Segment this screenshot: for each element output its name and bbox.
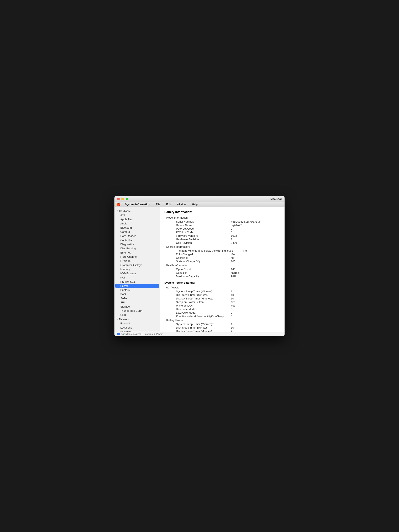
bat-disk-sleep-value: 10 xyxy=(231,326,234,329)
ac-lowpower-row: LowPowerMode: 0 xyxy=(166,311,280,314)
fully-charged-value: Yes xyxy=(231,253,235,256)
sidebar-item-nvmexpress[interactable]: NVMExpress xyxy=(115,271,159,275)
charging-label: Charging: xyxy=(173,256,231,259)
ac-power-group: AC Power: System Sleep Timer (Minutes): … xyxy=(166,286,280,318)
sidebar-item-usb[interactable]: USB xyxy=(115,313,159,317)
cycle-count-value: 146 xyxy=(231,268,235,271)
pack-lot-label: Pack Lot Code: xyxy=(173,227,231,230)
charging-row: Charging: No xyxy=(166,256,280,259)
sidebar-item-sata[interactable]: SATA xyxy=(115,296,159,300)
below-warning-label: The battery's charge is below the warnin… xyxy=(173,249,243,252)
breadcrumb-text: mac's MacBook Pro > Hardware > Power xyxy=(121,333,163,335)
network-label: Network xyxy=(119,318,129,321)
battery-power-group: Battery Power: System Sleep Timer (Minut… xyxy=(166,319,280,332)
sidebar-item-power[interactable]: Power xyxy=(115,284,159,288)
sidebar-item-graphics[interactable]: Graphics/Displays xyxy=(115,263,159,267)
sidebar-item-volumes[interactable]: Volumes xyxy=(115,330,159,332)
bat-disk-sleep-row: Disk Sleep Timer (Minutes): 10 xyxy=(166,326,280,329)
mac-window: MacBook 🍎 System Information File Edit W… xyxy=(114,196,285,336)
sidebar-item-spi[interactable]: SPI xyxy=(115,300,159,304)
network-group-header[interactable]: ▼ Network xyxy=(114,317,160,321)
charging-value: No xyxy=(231,256,234,259)
condition-value: Normal xyxy=(231,271,240,274)
apple-menu[interactable]: 🍎 xyxy=(116,203,120,206)
sidebar-item-sas[interactable]: SAS xyxy=(115,292,159,296)
window-title: MacBook xyxy=(268,196,285,202)
sidebar-item-card-reader[interactable]: Card Reader xyxy=(115,234,159,238)
sidebar-item-memory[interactable]: Memory xyxy=(115,267,159,271)
cycle-count-row: Cycle Count: 146 xyxy=(166,268,280,271)
sidebar-item-fibre-channel[interactable]: Fibre Channel xyxy=(115,255,159,259)
bat-display-sleep-value: 2 xyxy=(231,329,232,332)
menu-help[interactable]: Help xyxy=(191,203,199,206)
sidebar-item-diagnostics[interactable]: Diagnostics xyxy=(115,242,159,246)
ac-prioritize-row: PrioritizeNetworkReachabilityOverSleep: … xyxy=(166,315,280,318)
sidebar-item-disc-burning[interactable]: Disc Burning xyxy=(115,247,159,250)
max-capacity-row: Maximum Capacity: 98% xyxy=(166,275,280,278)
sidebar-item-ethernet[interactable]: Ethernet xyxy=(115,251,159,254)
ac-system-sleep-label: System Sleep Timer (Minutes): xyxy=(173,290,231,293)
sidebar-item-parallel-scsi[interactable]: Parallel SCSI xyxy=(115,280,159,284)
sidebar-item-thunderbolt[interactable]: Thunderbolt/USB4 xyxy=(115,309,159,313)
bat-display-sleep-row: Display Sleep Timer (Minutes): 2 xyxy=(166,329,280,332)
sidebar-item-pci[interactable]: PCI xyxy=(115,276,159,279)
ac-disk-sleep-value: 10 xyxy=(231,293,234,297)
pcb-lot-value: 0 xyxy=(231,231,232,234)
cell-revision-label: Cell Revision: xyxy=(173,241,231,244)
ac-display-sleep-row: Display Sleep Timer (Minutes): 10 xyxy=(166,297,280,300)
health-info-label: Health Information: xyxy=(166,264,280,267)
menu-file[interactable]: File xyxy=(155,203,161,206)
sidebar-item-ata[interactable]: ATA xyxy=(115,213,159,217)
ac-display-sleep-value: 10 xyxy=(231,297,234,300)
ac-prioritize-value: 0 xyxy=(231,315,232,318)
max-capacity-value: 98% xyxy=(231,275,236,278)
maximize-button[interactable] xyxy=(126,198,128,200)
serial-number-row: Serial Number: F5D209315X1KGGJBM xyxy=(166,220,280,223)
battery-power-label: Battery Power: xyxy=(166,319,280,322)
bat-display-sleep-label: Display Sleep Timer (Minutes): xyxy=(173,329,231,332)
ac-sleep-power-button-label: Sleep on Power Button: xyxy=(173,300,231,304)
sidebar: ▼ Hardware ATA Apple Pay Audio Bluetooth… xyxy=(114,207,160,332)
sidebar-item-printers[interactable]: Printers xyxy=(115,288,159,292)
health-info-group: Health Information: Cycle Count: 146 Con… xyxy=(166,264,280,278)
sidebar-item-apple-pay[interactable]: Apple Pay xyxy=(115,217,159,221)
hardware-revision-value: 1 xyxy=(231,238,232,241)
sidebar-item-camera[interactable]: Camera xyxy=(115,230,159,234)
ac-wake-lan-row: Wake on LAN: Yes xyxy=(166,304,280,307)
window-body: ▼ Hardware ATA Apple Pay Audio Bluetooth… xyxy=(114,207,285,332)
device-name-label: Device Name: xyxy=(173,224,231,227)
pcb-lot-label: PCB Lot Code: xyxy=(173,231,231,234)
ac-disk-sleep-label: Disk Sleep Timer (Minutes): xyxy=(173,293,231,297)
below-warning-value: No xyxy=(243,249,247,252)
menu-window[interactable]: Window xyxy=(175,203,187,206)
sidebar-item-locations[interactable]: Locations xyxy=(115,326,159,329)
sidebar-item-audio[interactable]: Audio xyxy=(115,222,159,226)
menu-app-name[interactable]: System Information xyxy=(124,203,151,206)
state-of-charge-label: State of Charge (%): xyxy=(173,260,231,263)
device-name-value: bq20z451 xyxy=(231,224,243,227)
max-capacity-label: Maximum Capacity: xyxy=(173,275,231,278)
pack-lot-value: 0 xyxy=(231,227,232,230)
sidebar-item-storage[interactable]: Storage xyxy=(115,305,159,309)
ac-prioritize-label: PrioritizeNetworkReachabilityOverSleep: xyxy=(173,315,231,318)
menu-edit[interactable]: Edit xyxy=(165,203,172,206)
ac-disk-sleep-row: Disk Sleep Timer (Minutes): 10 xyxy=(166,293,280,297)
system-power-title: System Power Settings: xyxy=(164,281,280,284)
below-warning-row: The battery's charge is below the warnin… xyxy=(166,249,280,252)
hardware-group-header[interactable]: ▼ Hardware xyxy=(114,209,160,213)
close-button[interactable] xyxy=(117,198,120,200)
charge-info-group: Charge Information: The battery's charge… xyxy=(166,245,280,263)
fully-charged-label: Fully Charged: xyxy=(173,253,231,256)
bat-system-sleep-row: System Sleep Timer (Minutes): 1 xyxy=(166,323,280,326)
ac-sleep-power-button-row: Sleep on Power Button: Yes xyxy=(166,300,280,304)
sidebar-item-firewall[interactable]: Firewall xyxy=(115,322,159,325)
ac-display-sleep-label: Display Sleep Timer (Minutes): xyxy=(173,297,231,300)
pack-lot-row: Pack Lot Code: 0 xyxy=(166,227,280,230)
minimize-button[interactable] xyxy=(121,198,124,200)
sidebar-item-bluetooth[interactable]: Bluetooth xyxy=(115,226,159,230)
sidebar-item-controller[interactable]: Controller xyxy=(115,238,159,242)
state-of-charge-value: 100 xyxy=(231,260,235,263)
cell-revision-row: Cell Revision: 2400 xyxy=(166,241,280,244)
battery-info-title: Battery Information: xyxy=(164,210,280,214)
sidebar-item-firewire[interactable]: FireWire xyxy=(115,259,159,263)
